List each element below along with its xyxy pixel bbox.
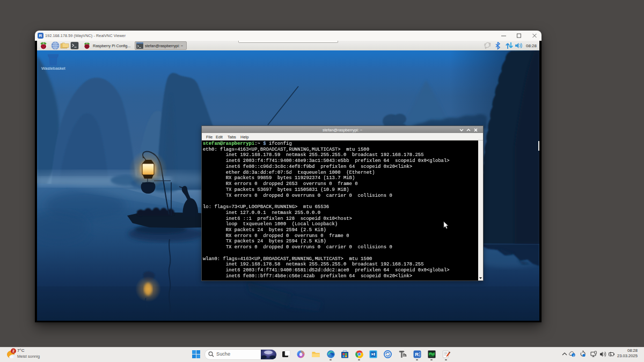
svg-text:2: 2 — [12, 349, 14, 353]
svg-text:R: R — [415, 351, 419, 357]
svg-text:R: R — [39, 33, 42, 38]
